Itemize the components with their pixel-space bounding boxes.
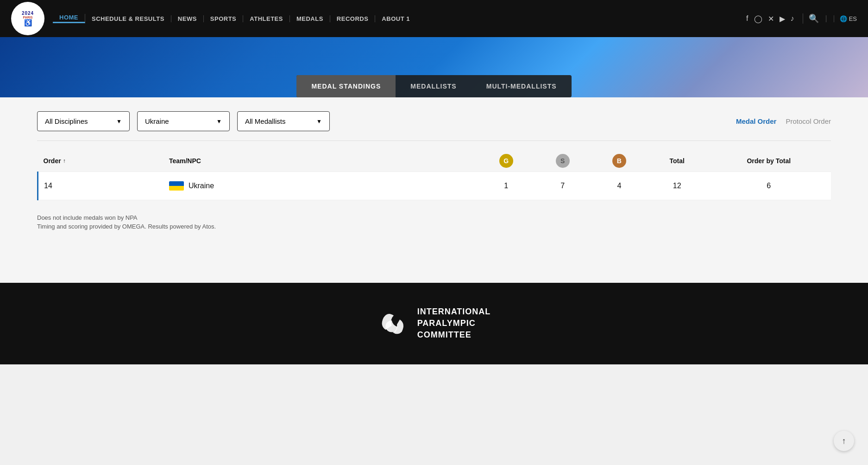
section-tabs: MEDAL STANDINGS MEDALLISTS MULTI-MEDALLI… — [296, 75, 571, 97]
sort-asc-icon[interactable]: ↑ — [63, 158, 66, 164]
standings-table: Order ↑ Team/NPC G S B Total — [37, 150, 831, 200]
silver-count-cell: 7 — [535, 172, 591, 200]
country-filter[interactable]: Ukraine ▼ — [137, 111, 230, 131]
globe-icon: 🌐 — [840, 15, 847, 22]
discipline-filter[interactable]: All Disciplines ▼ — [37, 111, 130, 131]
order-by-total-cell: 6 — [707, 172, 831, 200]
protocol-order-btn[interactable]: Protocol Order — [786, 115, 831, 127]
country-dropdown-icon: ▼ — [216, 118, 222, 125]
site-header: 2024 PARIS ♿ HOME SCHEDULE & RESULTS NEW… — [0, 0, 868, 37]
filters-row: All Disciplines ▼ Ukraine ▼ All Medallis… — [37, 111, 831, 131]
ukraine-flag-icon — [169, 181, 184, 191]
tab-multi-medallists[interactable]: MULTI-MEDALLISTS — [472, 75, 572, 97]
gold-badge: G — [499, 154, 513, 168]
nav-schedule[interactable]: SCHEDULE & RESULTS — [85, 15, 171, 22]
medallists-dropdown-icon: ▼ — [316, 118, 322, 125]
bronze-count-cell: 4 — [591, 172, 648, 200]
th-silver: S — [535, 150, 591, 172]
tab-medal-standings[interactable]: MEDAL STANDINGS — [296, 75, 396, 97]
discipline-dropdown-icon: ▼ — [116, 118, 122, 125]
twitter-x-icon[interactable]: ✕ — [768, 14, 774, 23]
country-filter-label: Ukraine — [145, 117, 169, 125]
th-gold: G — [478, 150, 535, 172]
th-total: Total — [648, 150, 707, 172]
ipc-name: INTERNATIONAL PARALYMPIC COMMITTEE — [417, 306, 491, 341]
nav-news[interactable]: NEWS — [171, 15, 204, 22]
table-row: 14 Ukraine 1 7 4 12 — [38, 172, 831, 200]
th-team-npc: Team/NPC — [164, 150, 478, 172]
note-timing: Timing and scoring provided by OMEGA. Re… — [37, 223, 831, 230]
team-cell: Ukraine — [164, 172, 478, 200]
site-footer: INTERNATIONAL PARALYMPIC COMMITTEE — [0, 283, 868, 364]
youtube-icon[interactable]: ▶ — [780, 14, 785, 23]
total-count-cell: 12 — [648, 172, 707, 200]
logo-year: 2024 — [22, 11, 34, 16]
bronze-badge: B — [612, 154, 626, 168]
silver-badge: S — [556, 154, 570, 168]
th-order-by-total: Order by Total — [707, 150, 831, 172]
lang-label: ES — [849, 15, 857, 22]
hero-banner: MEDAL STANDINGS MEDALLISTS MULTI-MEDALLI… — [0, 37, 868, 97]
medallists-filter-label: All Medallists — [245, 117, 286, 125]
medal-order-btn[interactable]: Medal Order — [736, 115, 777, 127]
note-npa: Does not include medals won by NPA — [37, 214, 831, 221]
paralympic-symbol-icon: ♿ — [22, 19, 34, 26]
tiktok-icon[interactable]: ♪ — [791, 14, 794, 23]
facebook-icon[interactable]: f — [746, 14, 748, 23]
agitos-icon — [377, 307, 410, 340]
ipc-logo: INTERNATIONAL PARALYMPIC COMMITTEE — [377, 306, 491, 341]
nav-about[interactable]: ABOUT 1 — [375, 15, 416, 22]
medallists-filter[interactable]: All Medallists ▼ — [237, 111, 330, 131]
gold-count-cell: 1 — [478, 172, 535, 200]
nav-athletes[interactable]: ATHLETES — [243, 15, 290, 22]
main-nav: HOME SCHEDULE & RESULTS NEWS SPORTS ATHL… — [53, 14, 742, 23]
table-divider — [37, 140, 831, 141]
rank-cell: 14 — [38, 172, 164, 200]
social-links: f ◯ ✕ ▶ ♪ — [742, 14, 799, 23]
header-right: 🔍 | 🌐 ES — [803, 13, 857, 24]
language-selector[interactable]: 🌐 ES — [834, 15, 857, 22]
discipline-filter-label: All Disciplines — [45, 117, 88, 125]
nav-home[interactable]: HOME — [53, 14, 85, 23]
site-logo[interactable]: 2024 PARIS ♿ — [11, 2, 44, 35]
search-icon[interactable]: 🔍 — [809, 13, 819, 24]
nav-medals[interactable]: MEDALS — [290, 15, 330, 22]
th-order: Order ↑ — [38, 150, 164, 172]
order-options: Medal Order Protocol Order — [736, 115, 831, 127]
instagram-icon[interactable]: ◯ — [754, 14, 762, 23]
tab-medallists[interactable]: MEDALLISTS — [396, 75, 471, 97]
nav-sports[interactable]: SPORTS — [204, 15, 243, 22]
nav-records[interactable]: RECORDS — [330, 15, 376, 22]
main-content: All Disciplines ▼ Ukraine ▼ All Medallis… — [0, 97, 868, 283]
th-bronze: B — [591, 150, 648, 172]
table-notes: Does not include medals won by NPA Timin… — [37, 214, 831, 230]
logo-city: PARIS — [22, 16, 34, 19]
